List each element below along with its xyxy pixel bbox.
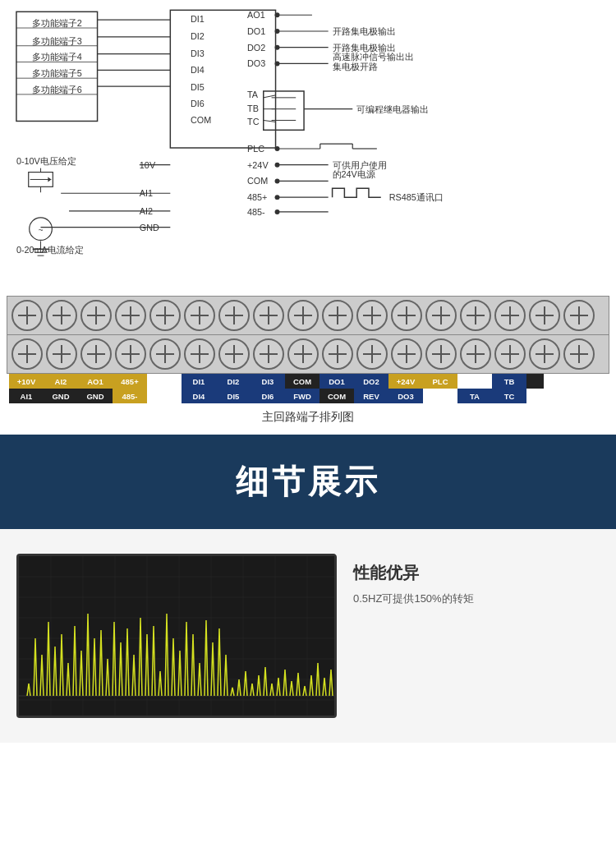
- tc-12: [391, 300, 422, 331]
- do3-right-label2: 集电极开路: [333, 62, 378, 71]
- bc-2: [46, 338, 77, 370]
- voltage-label: 0-10V电压给定: [16, 156, 76, 166]
- com2-label: COM: [247, 176, 268, 186]
- bc-4: [115, 338, 146, 370]
- do1-right-label: 开路集电极输出: [333, 26, 396, 36]
- svg-point-37: [275, 178, 280, 183]
- svg-point-19: [275, 61, 280, 66]
- svg-marker-46: [48, 177, 51, 182]
- bc-5: [149, 338, 181, 370]
- terminal-bottom-labels: AI1 GND GND 485- DI4 DI5 DI6 FWD COM REV…: [7, 389, 609, 403]
- do1-label: DO1: [247, 26, 265, 36]
- terminal-label-5: 多功能端子5: [32, 68, 82, 78]
- terminal-label-3: 多功能端子3: [32, 36, 82, 46]
- bc-14: [460, 338, 491, 370]
- terminal-top-labels: +10V AI2 AO1 485+ DI1 DI2 DI3 COM DO1 DO…: [7, 374, 609, 389]
- bc-8: [253, 338, 284, 370]
- tc-1: [11, 300, 43, 331]
- bc-11: [356, 338, 388, 370]
- terminal-section: +10V AI2 AO1 485+ DI1 DI2 DI3 COM DO1 DO…: [0, 292, 616, 435]
- tc-7: [218, 300, 250, 331]
- label-gnd1: GND: [44, 389, 78, 403]
- label-ai2: AI2: [44, 374, 78, 389]
- plus24v-label: +24V: [247, 160, 269, 170]
- terminal-label-6: 多功能端子6: [32, 85, 82, 94]
- bc-9: [287, 338, 319, 370]
- wiring-diagram: 多功能端子2 多功能端子3 多功能端子4 多功能端子5 多功能端子6 DI1 D…: [12, 8, 604, 288]
- label-do1: DO1: [319, 374, 354, 389]
- label-rev: REV: [354, 389, 388, 403]
- detail-section: 细节展示: [0, 435, 616, 529]
- wiring-section: 多功能端子2 多功能端子3 多功能端子4 多功能端子5 多功能端子6 DI1 D…: [0, 0, 616, 292]
- 485minus-label: 485-: [247, 207, 265, 217]
- tc-3: [80, 300, 112, 331]
- content-section: 性能优异 0.5HZ可提供150%的转矩: [0, 529, 616, 743]
- bc-7: [218, 338, 250, 370]
- label-empty1: [147, 374, 182, 389]
- tc-8: [253, 300, 284, 331]
- label-di3: DI3: [251, 374, 285, 389]
- svg-point-35: [275, 163, 280, 168]
- svg-point-13: [275, 12, 280, 17]
- tc-10: [322, 300, 353, 331]
- label-empty4: [423, 389, 457, 403]
- ao1-label: AO1: [247, 10, 265, 20]
- label-empty3: [147, 389, 182, 403]
- tb-label: TB: [247, 104, 259, 113]
- di3-label: DI3: [191, 48, 205, 58]
- tc-13: [425, 300, 457, 331]
- tc-11: [356, 300, 388, 331]
- label-di2: DI2: [216, 374, 251, 389]
- plus24v-right-label2: 的24V电源: [333, 169, 375, 179]
- di6-label: DI6: [191, 99, 205, 108]
- com-label: COM: [191, 115, 211, 125]
- label-plc: PLC: [423, 374, 457, 389]
- label-485plus: 485+: [113, 374, 147, 389]
- label-24v: +24V: [388, 374, 423, 389]
- bc-13: [425, 338, 457, 370]
- label-black-end: [526, 374, 544, 389]
- oscilloscope-display: [16, 554, 337, 718]
- terminal-circles-bottom: [7, 335, 609, 374]
- bc-10: [322, 338, 353, 370]
- di2-label: DI2: [191, 31, 205, 41]
- bc-1: [11, 338, 43, 370]
- svg-rect-20: [264, 91, 304, 130]
- plus24v-right-label1: 可供用户使用: [333, 160, 387, 170]
- tc-9: [287, 300, 319, 331]
- terminal-caption: 主回路端子排列图: [0, 403, 616, 435]
- label-10v: +10V: [9, 374, 44, 389]
- plc-label: PLC: [247, 144, 264, 154]
- label-empty2: [457, 374, 492, 389]
- tc-6: [184, 300, 215, 331]
- label-do3: DO3: [388, 389, 423, 403]
- label-fwd: FWD: [285, 389, 319, 403]
- di5-label: DI5: [191, 82, 205, 92]
- tc-4: [115, 300, 146, 331]
- 485plus-label: 485+: [247, 192, 267, 202]
- bc-6: [184, 338, 215, 370]
- label-do2: DO2: [354, 374, 388, 389]
- ta-label: TA: [247, 90, 259, 99]
- tc-label: TC: [247, 117, 260, 127]
- label-ao1: AO1: [78, 374, 113, 389]
- label-tc: TC: [492, 389, 526, 403]
- bc-3: [80, 338, 112, 370]
- current-label: 0-20mA电流给定: [16, 245, 84, 255]
- di4-label: DI4: [191, 65, 205, 75]
- do2-right-label: 开路集电极输出: [333, 43, 396, 53]
- performance-section: 性能优异 0.5HZ可提供150%的转矩: [353, 554, 600, 608]
- tc-17: [563, 300, 595, 331]
- terminal-circles-top: [7, 296, 609, 335]
- label-di4: DI4: [182, 389, 216, 403]
- terminal-label-4: 多功能端子4: [32, 52, 82, 62]
- tc-5: [149, 300, 181, 331]
- label-ta: TA: [457, 389, 492, 403]
- label-485minus: 485-: [113, 389, 147, 403]
- label-di5: DI5: [216, 389, 251, 403]
- tc-14: [460, 300, 491, 331]
- label-tb: TB: [492, 374, 526, 389]
- svg-point-29: [275, 146, 280, 151]
- bc-12: [391, 338, 422, 370]
- tc-15: [494, 300, 526, 331]
